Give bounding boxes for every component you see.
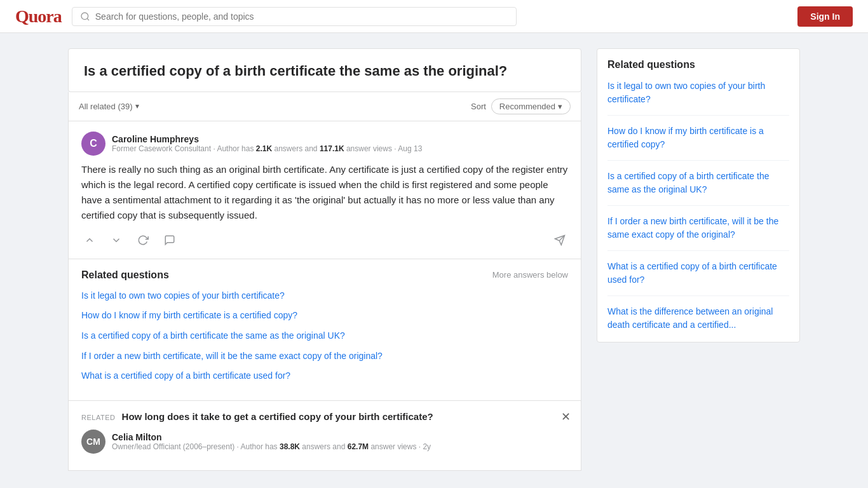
list-item: Is a certified copy of a birth certifica… — [81, 330, 568, 342]
related-q-link-1[interactable]: Is it legal to own two copies of your bi… — [81, 290, 285, 301]
header: Quora Sign In — [0, 0, 868, 33]
related-question-row: Related How long does it take to get a c… — [81, 411, 568, 422]
author-meta-2: Owner/lead Officiant (2006–present) · Au… — [112, 442, 431, 451]
all-related-label: All related (39) — [79, 102, 133, 111]
sidebar-q-link-2[interactable]: How do I know if my birth certificate is… — [607, 126, 764, 149]
sidebar-q-link-5[interactable]: What is a certified copy of a birth cert… — [607, 261, 777, 285]
avatar-initial-2: CM — [86, 437, 100, 447]
author-name-1: Caroline Humphreys — [112, 134, 422, 144]
sort-dropdown[interactable]: Recommended ▾ — [491, 98, 571, 114]
author-row-2: CM Celia Milton Owner/lead Officiant (20… — [81, 430, 568, 454]
all-related-dropdown[interactable]: All related (39) ▾ — [79, 102, 139, 111]
sidebar-card: Related questions Is it legal to own two… — [597, 48, 800, 342]
author-answers-1: 2.1K — [256, 144, 272, 153]
related-badge: Related — [81, 414, 115, 421]
author-role-1: Former Casework Consultant — [112, 144, 211, 153]
upvote-icon — [84, 234, 95, 246]
avatar-1: C — [81, 132, 105, 156]
sign-in-button[interactable]: Sign In — [797, 6, 853, 27]
author-row-1: C Caroline Humphreys Former Casework Con… — [81, 132, 568, 156]
related-inline-header: Related questions More answers below — [81, 269, 568, 281]
search-bar[interactable] — [72, 7, 517, 26]
list-item: How do I know if my birth certificate is… — [81, 309, 568, 322]
question-card: Is a certified copy of a birth certifica… — [68, 48, 581, 92]
main-column: Is a certified copy of a birth certifica… — [68, 48, 581, 471]
related-questions-inline: Related questions More answers below Is … — [68, 259, 581, 401]
chevron-down-icon: ▾ — [558, 102, 562, 111]
list-item: How do I know if my birth certificate is… — [607, 125, 789, 161]
sidebar-q-link-4[interactable]: If I order a new birth certificate, will… — [607, 216, 778, 240]
avatar-2: CM — [81, 430, 105, 454]
author-meta-1: Former Casework Consultant · Author has … — [112, 144, 422, 153]
sidebar-q-link-3[interactable]: Is a certified copy of a birth certifica… — [607, 171, 769, 194]
answer-date-1: Aug 13 — [398, 144, 422, 153]
list-item: Is a certified copy of a birth certifica… — [607, 170, 789, 206]
related-question-link: How long does it take to get a certified… — [122, 411, 433, 422]
list-item: What is a certified copy of a birth cert… — [607, 260, 789, 296]
comment-button-1[interactable] — [161, 232, 178, 248]
sort-value: Recommended — [499, 102, 555, 111]
list-item: What is a certified copy of a birth cert… — [81, 370, 568, 383]
comment-icon — [164, 234, 175, 246]
question-title: Is a certified copy of a birth certifica… — [84, 62, 566, 81]
related-q-link-4[interactable]: If I order a new birth certificate, will… — [81, 351, 383, 361]
avatar-initial-1: C — [90, 138, 97, 149]
sidebar-q-link-1[interactable]: Is it legal to own two copies of your bi… — [607, 81, 765, 104]
svg-line-1 — [87, 18, 89, 20]
svg-point-0 — [81, 13, 88, 20]
close-button-2[interactable]: ✕ — [561, 410, 571, 424]
list-item: Is it legal to own two copies of your bi… — [81, 290, 568, 302]
sort-bar: All related (39) ▾ Sort Recommended ▾ — [68, 92, 581, 121]
search-input[interactable] — [95, 11, 508, 22]
author-views-2: 62.7M — [348, 442, 369, 451]
list-item: What is the difference between an origin… — [607, 305, 789, 332]
chevron-down-icon: ▾ — [135, 102, 139, 111]
author-info-1: Caroline Humphreys Former Casework Consu… — [112, 134, 422, 153]
share-button-1[interactable] — [552, 232, 568, 248]
upvote-button-1[interactable] — [81, 232, 98, 248]
downvote-button-1[interactable] — [108, 232, 125, 248]
answer-text-1: There is really no such thing as an orig… — [81, 162, 568, 223]
related-q-link-3[interactable]: Is a certified copy of a birth certifica… — [81, 330, 345, 341]
sort-controls: Sort Recommended ▾ — [471, 98, 571, 114]
answer-card-2: ✕ Related How long does it take to get a… — [68, 401, 581, 471]
share-icon — [554, 234, 566, 246]
related-questions-list: Is it legal to own two copies of your bi… — [81, 290, 568, 383]
related-q-link-5[interactable]: What is a certified copy of a birth cert… — [81, 370, 290, 381]
refresh-button-1[interactable] — [135, 232, 151, 248]
sort-label: Sort — [471, 102, 486, 111]
downvote-icon — [111, 234, 122, 246]
refresh-icon — [137, 234, 149, 246]
answer-date-2: 2y — [423, 442, 431, 451]
list-item: If I order a new birth certificate, will… — [81, 350, 568, 363]
action-bar-1 — [81, 232, 568, 248]
sidebar-questions-list: Is it legal to own two copies of your bi… — [607, 79, 789, 332]
page-content: Is a certified copy of a birth certifica… — [53, 33, 815, 486]
related-q-link-2[interactable]: How do I know if my birth certificate is… — [81, 310, 297, 320]
quora-logo: Quora — [15, 6, 62, 27]
author-answers-2: 38.8K — [280, 442, 300, 451]
author-name-2: Celia Milton — [112, 432, 431, 442]
author-info-2: Celia Milton Owner/lead Officiant (2006–… — [112, 432, 431, 451]
search-icon — [80, 11, 90, 22]
sidebar-title: Related questions — [607, 59, 789, 71]
list-item: Is it legal to own two copies of your bi… — [607, 79, 789, 116]
author-role-2: Owner/lead Officiant (2006–present) — [112, 442, 234, 451]
sidebar: Related questions Is it legal to own two… — [597, 48, 800, 342]
sidebar-q-link-6[interactable]: What is the difference between an origin… — [607, 306, 773, 330]
list-item: If I order a new birth certificate, will… — [607, 215, 789, 251]
author-views-1: 117.1K — [320, 144, 344, 153]
related-inline-title: Related questions — [81, 269, 169, 281]
answer-card-1: C Caroline Humphreys Former Casework Con… — [68, 121, 581, 259]
more-answers-label: More answers below — [492, 270, 568, 280]
